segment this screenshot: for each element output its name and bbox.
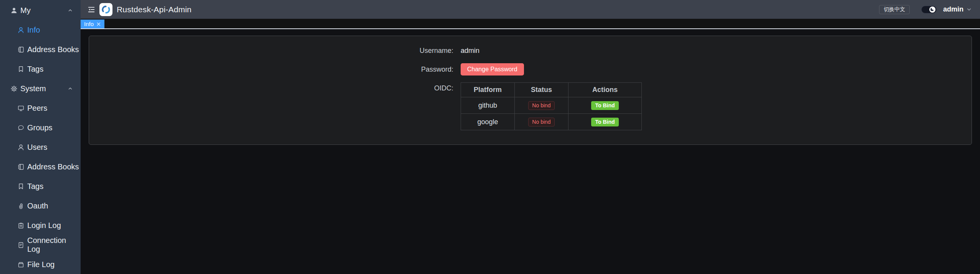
- status-cell: No bind: [515, 114, 568, 130]
- status-badge: No bind: [528, 101, 554, 110]
- bookmark-icon: [17, 183, 25, 190]
- sidebar-item-groups[interactable]: Groups: [0, 120, 81, 135]
- tab-info[interactable]: Info: [81, 20, 104, 28]
- gear-icon: [10, 85, 18, 92]
- user-dropdown[interactable]: admin: [943, 5, 972, 13]
- column-header-status: Status: [515, 83, 568, 97]
- bookmark-icon: [17, 66, 25, 73]
- actions-cell: To Bind: [568, 114, 642, 130]
- sidebar-item-label: Info: [27, 26, 40, 34]
- tags-view-bar: Info: [81, 19, 980, 29]
- sidebar-item-label: Login Log: [27, 221, 61, 230]
- oidc-label: OIDC:: [89, 82, 453, 94]
- sidebar-menu: My Info Address Books Tags: [0, 0, 81, 272]
- toggle-knob: [929, 7, 935, 13]
- user-outline-icon: [17, 26, 25, 34]
- password-label: Password:: [89, 63, 453, 75]
- column-header-platform: Platform: [461, 83, 515, 97]
- actions-cell: To Bind: [568, 97, 642, 114]
- column-header-actions: Actions: [568, 83, 642, 97]
- sidebar-section-label: System: [20, 84, 46, 93]
- main-content: Username: admin Password: Change Passwor…: [81, 30, 980, 274]
- status-cell: No bind: [515, 97, 568, 114]
- table-row-github: github No bind To Bind: [461, 97, 642, 114]
- username: admin: [943, 5, 963, 13]
- sidebar-item-oauth[interactable]: Oauth: [0, 198, 81, 213]
- header-right: 切换中文 admin: [879, 5, 980, 14]
- address-book-icon: [17, 163, 25, 171]
- sidebar-item-label: Address Books: [27, 45, 79, 54]
- sidebar-item-label: Oauth: [27, 202, 48, 210]
- sidebar-item-label: Address Books: [27, 162, 79, 171]
- address-book-icon: [17, 46, 25, 53]
- username-value: admin: [461, 46, 479, 56]
- paperclip-icon: [17, 202, 25, 210]
- oidc-row: OIDC: Platform Status Actions github: [89, 82, 972, 130]
- to-bind-button[interactable]: To Bind: [591, 118, 618, 126]
- sidebar-section-system[interactable]: System: [0, 81, 81, 96]
- sidebar-item-connection-log[interactable]: Connection Log: [0, 237, 81, 253]
- sidebar-item-label: Tags: [27, 182, 43, 191]
- sidebar-item-label: Groups: [27, 123, 53, 132]
- status-badge: No bind: [528, 118, 554, 126]
- sidebar-item-tags-system[interactable]: Tags: [0, 179, 81, 194]
- sidebar-section-label: My: [20, 6, 31, 15]
- sidebar-item-address-books-my[interactable]: Address Books: [0, 42, 81, 57]
- user-info-form: Username: admin Password: Change Passwor…: [89, 36, 972, 130]
- user-outline-icon: [17, 144, 25, 151]
- username-label: Username:: [89, 46, 453, 56]
- table-header-row: Platform Status Actions: [461, 83, 642, 97]
- chat-bubble-icon: [17, 124, 25, 131]
- chevron-up-icon: [68, 86, 73, 91]
- sidebar-item-address-books-system[interactable]: Address Books: [0, 159, 81, 174]
- oidc-table: Platform Status Actions github No bind: [461, 82, 642, 130]
- archive-box-icon: [17, 261, 25, 268]
- sidebar-item-file-log[interactable]: File Log: [0, 257, 81, 272]
- sidebar-item-label: Connection Log: [27, 236, 81, 254]
- sidebar-section-my[interactable]: My: [0, 3, 81, 18]
- dark-mode-toggle[interactable]: [921, 6, 937, 13]
- clipboard-icon: [17, 222, 25, 229]
- switch-language-button[interactable]: 切换中文: [879, 5, 910, 14]
- chevron-up-icon: [68, 8, 73, 13]
- document-icon: [17, 241, 25, 249]
- platform-cell: google: [461, 114, 515, 130]
- sidebar: My Info Address Books Tags: [0, 0, 81, 274]
- platform-cell: github: [461, 97, 515, 114]
- sidebar-item-users[interactable]: Users: [0, 139, 81, 155]
- to-bind-button[interactable]: To Bind: [591, 101, 618, 110]
- table-row-google: google No bind To Bind: [461, 114, 642, 130]
- sidebar-item-label: Tags: [27, 65, 43, 74]
- app-title: Rustdesk-Api-Admin: [117, 5, 192, 14]
- sidebar-item-tags-my[interactable]: Tags: [0, 61, 81, 77]
- chevron-down-icon: [966, 7, 972, 12]
- tab-label: Info: [84, 21, 94, 27]
- sidebar-item-label: Peers: [27, 104, 47, 113]
- rustdesk-logo: [99, 3, 112, 16]
- change-password-button[interactable]: Change Password: [461, 63, 524, 75]
- user-filled-icon: [10, 7, 18, 14]
- username-row: Username: admin: [89, 46, 972, 56]
- sidebar-item-login-log[interactable]: Login Log: [0, 218, 81, 233]
- sidebar-item-peers[interactable]: Peers: [0, 100, 81, 116]
- close-icon[interactable]: [96, 22, 101, 26]
- info-card: Username: admin Password: Change Passwor…: [89, 36, 972, 145]
- fold-menu-icon[interactable]: [87, 5, 96, 14]
- top-bar: Rustdesk-Api-Admin 切换中文 admin: [81, 0, 980, 19]
- sidebar-item-info[interactable]: Info: [0, 22, 81, 38]
- sidebar-item-label: Users: [27, 143, 47, 152]
- sidebar-item-label: File Log: [27, 260, 55, 269]
- password-row: Password: Change Password: [89, 63, 972, 75]
- monitor-icon: [17, 105, 25, 112]
